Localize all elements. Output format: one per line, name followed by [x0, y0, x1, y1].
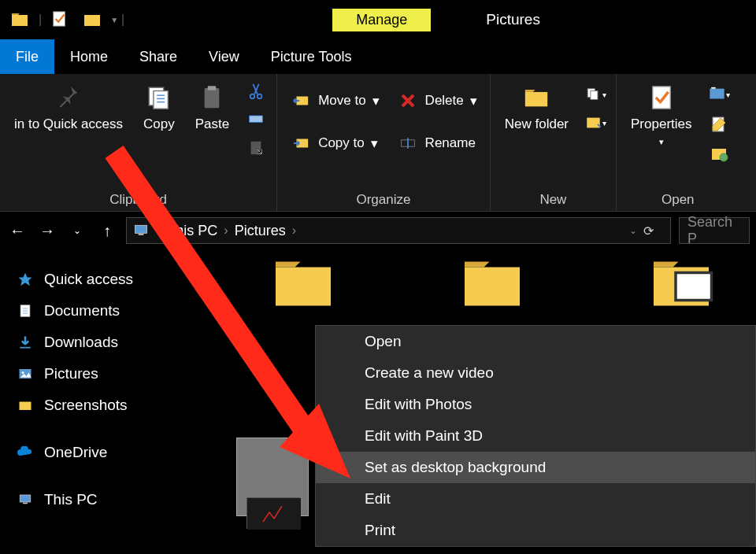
svg-rect-42	[20, 495, 31, 502]
context-create-video[interactable]: Create a new video	[316, 357, 755, 389]
copy-to-button[interactable]: Copy to ▾	[287, 131, 382, 156]
pin-to-quick-access-button[interactable]: in to Quick access	[9, 80, 128, 135]
refresh-button[interactable]: ⟳	[643, 223, 665, 238]
forward-button[interactable]: →	[36, 220, 58, 242]
svg-marker-1	[12, 13, 20, 15]
context-menu: Open Create a new video Edit with Photos…	[315, 325, 756, 547]
context-edit-paint3d[interactable]: Edit with Paint 3D	[316, 420, 755, 452]
download-icon	[16, 333, 35, 352]
move-to-button[interactable]: Move to ▾	[287, 88, 382, 113]
svg-rect-25	[710, 89, 724, 99]
pc-icon	[132, 223, 150, 238]
delete-button[interactable]: Delete ▾	[394, 88, 480, 113]
paste-shortcut-button[interactable]	[245, 137, 267, 159]
paste-icon	[199, 83, 224, 113]
rename-icon	[397, 132, 419, 154]
svg-marker-32	[19, 273, 32, 286]
svg-rect-31	[139, 234, 144, 235]
folder-thumbnail[interactable]	[646, 253, 717, 308]
svg-marker-20	[525, 90, 536, 92]
menu-bar: File Home Share View Picture Tools	[0, 39, 756, 74]
star-icon	[16, 270, 35, 289]
up-button[interactable]: ↑	[96, 220, 118, 242]
svg-rect-3	[84, 15, 100, 26]
copy-icon	[146, 83, 172, 113]
search-input[interactable]: Search P	[679, 217, 750, 244]
delete-icon	[397, 90, 419, 112]
svg-rect-9	[205, 88, 220, 108]
new-item-button[interactable]: ▾	[584, 83, 606, 105]
file-menu[interactable]: File	[0, 39, 54, 74]
title-bar: | ▼ | Manage Pictures	[0, 0, 756, 39]
context-open[interactable]: Open	[316, 326, 755, 357]
pictures-icon	[16, 364, 35, 383]
context-edit-photos[interactable]: Edit with Photos	[316, 389, 755, 420]
folder-icon	[16, 396, 35, 415]
breadcrumb[interactable]: › This PC › Pictures › ⌄ ⟳	[126, 217, 671, 244]
contextual-tab-label[interactable]: Manage	[332, 9, 431, 31]
folder-location-icon	[10, 10, 29, 29]
history-button[interactable]	[708, 143, 730, 165]
svg-marker-26	[711, 87, 716, 89]
open-group: Properties ▾ ▾ Open	[617, 74, 739, 211]
nav-onedrive[interactable]: OneDrive	[8, 437, 220, 468]
nav-this-pc[interactable]: This PC	[8, 484, 220, 515]
rename-button[interactable]: Rename	[394, 131, 480, 156]
properties-qat-icon[interactable]	[51, 10, 70, 29]
move-to-icon	[290, 90, 312, 112]
copy-path-button[interactable]	[245, 109, 267, 131]
svg-rect-50	[676, 273, 712, 301]
svg-rect-30	[135, 225, 147, 233]
open-button[interactable]: ▾	[708, 83, 730, 105]
chevron-right-icon[interactable]: ›	[224, 223, 228, 238]
folder-qat-icon[interactable]	[83, 10, 102, 29]
window-title: Pictures	[486, 11, 540, 28]
home-tab[interactable]: Home	[54, 39, 124, 74]
new-folder-button[interactable]: New folder	[500, 80, 573, 135]
nav-quick-access[interactable]: Quick access	[8, 264, 220, 295]
qat-dropdown-icon[interactable]: ▼	[110, 16, 118, 24]
context-print[interactable]: Print	[316, 515, 755, 546]
back-button[interactable]: ←	[6, 220, 28, 242]
picture-tools-tab[interactable]: Picture Tools	[255, 39, 368, 74]
chevron-right-icon[interactable]: ›	[292, 223, 296, 238]
path-icon	[246, 112, 265, 127]
chevron-right-icon[interactable]: ›	[157, 223, 161, 238]
nav-screenshots[interactable]: Screenshots	[8, 390, 220, 421]
clipboard-shortcut-icon	[247, 138, 265, 157]
paste-button[interactable]: Paste	[191, 80, 234, 135]
properties-button[interactable]: Properties ▾	[626, 80, 696, 150]
edit-icon	[710, 115, 728, 134]
share-tab[interactable]: Share	[124, 39, 193, 74]
cut-button[interactable]	[245, 80, 267, 102]
easy-access-icon	[584, 114, 602, 131]
svg-rect-0	[12, 15, 28, 26]
selected-item[interactable]	[236, 438, 309, 516]
nav-pictures[interactable]: Pictures	[8, 358, 220, 390]
recent-locations-button[interactable]: ⌄	[66, 220, 88, 242]
svg-rect-24	[652, 87, 670, 109]
edit-button[interactable]	[708, 113, 730, 135]
nav-documents[interactable]: Documents	[8, 295, 220, 327]
view-tab[interactable]: View	[193, 39, 255, 74]
image-thumbnail	[246, 497, 300, 529]
clipboard-group: in to Quick access Copy Paste Clipboard	[0, 74, 277, 211]
history-icon	[709, 145, 729, 164]
dropdown-icon[interactable]: ⌄	[629, 225, 637, 236]
svg-marker-45	[276, 262, 301, 268]
nav-downloads[interactable]: Downloads	[8, 327, 220, 358]
chevron-down-icon: ▾	[372, 93, 380, 109]
context-edit[interactable]: Edit	[316, 483, 755, 515]
svg-rect-51	[247, 498, 301, 530]
chevron-down-icon: ▾	[470, 93, 477, 109]
easy-access-button[interactable]: ▾	[584, 112, 606, 134]
pc-icon	[16, 490, 35, 509]
copy-button[interactable]: Copy	[139, 80, 180, 135]
svg-point-11	[250, 94, 255, 99]
context-set-desktop-background[interactable]: Set as desktop background	[316, 452, 755, 483]
svg-rect-13	[250, 116, 263, 122]
svg-rect-44	[276, 268, 331, 306]
folder-thumbnail[interactable]	[457, 253, 528, 308]
svg-point-29	[720, 153, 728, 161]
folder-thumbnail[interactable]	[268, 253, 339, 308]
